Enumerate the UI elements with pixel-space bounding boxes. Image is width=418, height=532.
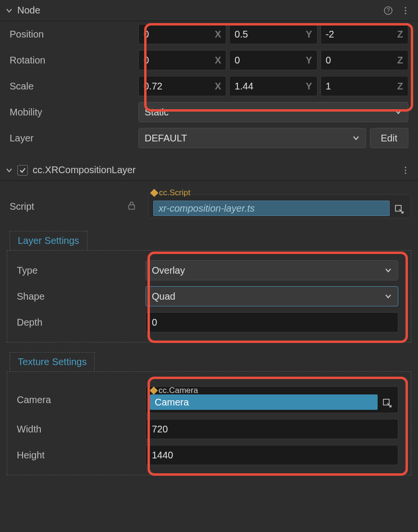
mobility-select[interactable]: Static <box>138 102 408 122</box>
svg-rect-8 <box>129 205 135 209</box>
layer-row: Layer DEFAULT Edit <box>0 125 418 151</box>
svg-point-3 <box>405 10 406 11</box>
position-y-input[interactable]: 0.5Y <box>229 24 317 44</box>
layer-settings-group: Type Overlay Shape Quad Depth 0 <box>7 250 411 342</box>
svg-point-2 <box>405 7 406 8</box>
type-select[interactable]: Overlay <box>146 260 398 280</box>
chevron-down-icon <box>384 292 392 300</box>
position-row: Position 0X 0.5Y -2Z <box>0 21 418 47</box>
rotation-y-input[interactable]: 0Y <box>229 50 317 70</box>
svg-point-7 <box>405 172 406 174</box>
script-label: Script <box>10 201 124 212</box>
scale-x-input[interactable]: 0.72X <box>138 76 226 96</box>
more-icon[interactable] <box>399 164 412 177</box>
width-label: Width <box>17 424 142 435</box>
component-enable-checkbox[interactable] <box>17 165 28 176</box>
texture-settings-tab[interactable]: Texture Settings <box>10 352 95 372</box>
type-row: Type Overlay <box>10 257 408 283</box>
position-label: Position <box>10 29 135 40</box>
depth-input[interactable]: 0 <box>146 312 398 332</box>
script-file: xr-composition-layer.ts <box>153 201 390 216</box>
rotation-z-input[interactable]: 0Z <box>320 50 408 70</box>
camera-reference[interactable]: cc.Camera Camera <box>146 386 398 413</box>
component-header[interactable]: cc.XRCompositionLayer <box>0 160 418 181</box>
chevron-down-icon <box>6 167 12 174</box>
more-icon[interactable] <box>399 4 412 17</box>
height-label: Height <box>17 450 142 461</box>
layer-select[interactable]: DEFAULT <box>138 128 366 148</box>
camera-row: Camera cc.Camera Camera <box>10 383 408 416</box>
shape-select[interactable]: Quad <box>146 286 398 306</box>
camera-value: Camera <box>150 394 378 410</box>
diamond-icon <box>150 189 159 197</box>
scale-y-input[interactable]: 1.44Y <box>229 76 317 96</box>
depth-row: Depth 0 <box>10 309 408 335</box>
type-label: Type <box>17 265 142 276</box>
script-row: Script cc.Script xr-composition-layer.ts <box>0 191 418 221</box>
height-row: Height 1440 <box>10 442 408 468</box>
chevron-down-icon <box>394 108 402 116</box>
chevron-down-icon <box>6 7 12 14</box>
depth-label: Depth <box>17 317 142 328</box>
height-input[interactable]: 1440 <box>146 445 398 465</box>
rotation-row: Rotation 0X 0Y 0Z <box>0 47 418 73</box>
pick-icon[interactable] <box>381 396 394 410</box>
scale-label: Scale <box>10 81 135 92</box>
component-title: cc.XRCompositionLayer <box>33 165 395 176</box>
diamond-icon <box>150 387 158 395</box>
script-tag: cc.Script <box>151 188 190 198</box>
position-z-input[interactable]: -2Z <box>320 24 408 44</box>
mobility-label: Mobility <box>10 107 135 118</box>
node-title: Node <box>17 5 378 16</box>
rotation-label: Rotation <box>10 55 135 66</box>
camera-tag: cc.Camera <box>151 386 198 395</box>
scale-z-input[interactable]: 1Z <box>320 76 408 96</box>
layer-label: Layer <box>10 133 135 144</box>
camera-label: Camera <box>17 394 142 405</box>
texture-settings-group: Camera cc.Camera Camera Width 720 Height… <box>7 371 411 475</box>
chevron-down-icon <box>352 134 360 142</box>
layer-edit-button[interactable]: Edit <box>370 128 408 148</box>
node-header[interactable]: Node ? <box>0 0 418 21</box>
shape-label: Shape <box>17 291 142 302</box>
pick-icon[interactable] <box>393 203 406 216</box>
svg-text:?: ? <box>387 7 390 14</box>
mobility-row: Mobility Static <box>0 99 418 125</box>
help-icon[interactable]: ? <box>381 4 395 17</box>
width-input[interactable]: 720 <box>146 419 398 439</box>
chevron-down-icon <box>384 266 392 274</box>
position-x-input[interactable]: 0X <box>138 24 226 44</box>
script-reference[interactable]: cc.Script xr-composition-layer.ts <box>148 194 411 218</box>
shape-row: Shape Quad <box>10 283 408 309</box>
svg-point-5 <box>405 166 406 168</box>
layer-settings-tab[interactable]: Layer Settings <box>10 231 87 251</box>
svg-point-4 <box>405 13 406 14</box>
scale-row: Scale 0.72X 1.44Y 1Z <box>0 73 418 99</box>
rotation-x-input[interactable]: 0X <box>138 50 226 70</box>
lock-icon <box>128 201 138 212</box>
width-row: Width 720 <box>10 416 408 442</box>
svg-point-6 <box>405 169 406 171</box>
